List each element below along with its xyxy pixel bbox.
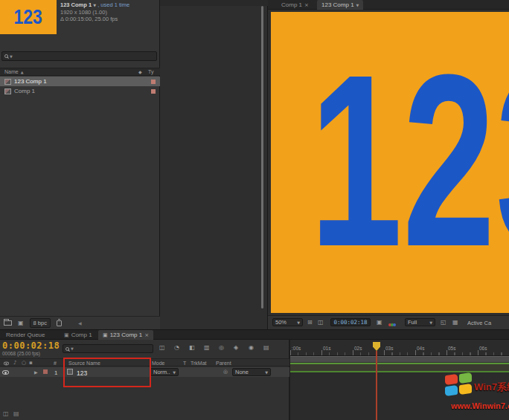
info-duration: Δ 0:00:15:00, 25.00 fps [60,16,118,22]
new-folder-icon[interactable] [4,320,12,326]
chevron-down-icon: ▼ [265,370,268,375]
lock-column-icon: ▪ [29,360,33,366]
auto-keyframe-icon[interactable]: ◉ [249,345,254,351]
work-area-bar[interactable] [290,356,509,362]
label-color-chip[interactable] [151,89,156,94]
watermark: Win7系统之家 www.Winwin7.com [444,372,509,416]
project-item-label: Comp 1 [14,88,35,94]
resolution-value: Full [408,319,417,326]
mask-visibility-icon[interactable]: ◫ [318,320,324,326]
watermark-url: www.Winwin7.com [451,401,509,410]
draft-3d-icon[interactable]: ◔ [174,345,179,351]
chevron-down-icon: ▼ [173,370,176,375]
column-mode[interactable]: Mode [152,361,165,366]
tab-render-queue[interactable]: Render Queue [1,330,49,340]
project-panel: 123 123 Comp 1 ▼ , used 1 time 1920 x 10… [0,0,160,329]
grid-options-icon[interactable]: ⊞ [307,320,313,326]
brainstorm-icon[interactable]: ◈ [234,345,238,351]
time-ruler[interactable]: :00s 01s 02s 03s 04s 05s 06s [290,340,509,356]
timeline-search-box[interactable]: ▼ [63,344,153,353]
parent-dropdown[interactable]: None ▼ [232,368,271,376]
comp-mini-flowchart-icon[interactable]: ◫ [159,345,165,351]
layer-index: 1 [54,369,57,376]
search-options-caret-icon[interactable]: ▼ [10,54,13,59]
chevron-down-icon: ▼ [429,320,432,325]
snapshot-icon[interactable]: ▣ [377,320,382,326]
project-search-input[interactable] [14,53,154,59]
project-item-row[interactable]: Comp 1 [0,86,160,96]
project-search-box[interactable]: ▼ [1,51,157,61]
tab-label: 123 Comp 1 [110,332,143,338]
column-t[interactable]: T [183,361,186,366]
composition-viewport: 123 [271,12,509,313]
eye-icon[interactable] [2,370,9,375]
search-options-caret-icon[interactable]: ▼ [71,346,74,351]
search-icon [65,347,69,351]
after-effects-window: 123 123 Comp 1 ▼ , used 1 time 1920 x 10… [0,0,509,420]
new-composition-icon[interactable]: ▣ [18,320,24,326]
labels-column-icon[interactable]: ◆ [138,69,142,74]
label-color-chip[interactable] [151,80,156,84]
project-item-info: 123 Comp 1 ▼ , used 1 time [60,1,129,8]
hide-shy-icon[interactable]: ◧ [189,345,195,351]
composition-tab-bar: Comp 1 × 123 Comp 1 ▼ [268,0,509,10]
layer-expander-icon[interactable]: ▶ [34,369,38,375]
trash-icon[interactable] [57,320,62,326]
composition-icon [4,79,11,85]
vertical-scrollbar[interactable] [261,6,263,308]
motion-blur-icon[interactable]: ◎ [219,345,224,351]
toggle-transfer-pane-icon[interactable]: ▤ [13,410,19,417]
tab-123-comp-1[interactable]: 123 Comp 1 ▼ [317,0,363,10]
viewer-timecode-box[interactable]: 0:00:02:18 [330,318,371,326]
column-trkmat[interactable]: TrkMat [191,361,207,366]
tab-label: Render Queue [6,332,45,338]
tab-comp-1[interactable]: Comp 1 × [277,0,313,10]
chevron-down-icon[interactable]: ▼ [356,3,359,7]
column-type[interactable]: Ty [148,69,153,74]
zoom-value: 50% [275,319,286,326]
timeline-search-input[interactable] [75,346,150,352]
audio-column-icon: ♪ [13,360,16,366]
watermark-title: Win7系统之家 [474,381,509,394]
tab-label: Comp 1 [281,1,302,8]
graph-editor-icon[interactable]: ▤ [263,345,269,351]
bit-depth-button[interactable]: 8 bpc [30,318,51,328]
pickwhip-icon[interactable]: ◎ [223,369,228,375]
video-column-icon [4,362,9,366]
ruler-major-ticks [290,350,509,355]
annotation-highlight-box [63,358,151,387]
region-of-interest-icon[interactable]: ◱ [441,320,446,326]
resolution-dropdown[interactable]: Full ▼ [405,318,435,326]
magnification-dropdown[interactable]: 50% ▼ [272,318,303,326]
outline-track-divider[interactable] [289,340,290,420]
transparency-grid-icon[interactable]: ▦ [452,320,458,326]
layer-label-color[interactable] [43,369,48,374]
tab-comp-1[interactable]: ▣ Comp 1 [60,330,97,340]
composition-icon [4,88,11,94]
scroll-left-arrow-icon[interactable]: ◀ [78,320,82,326]
current-timecode[interactable]: 0:00:02:18 [2,340,60,351]
empty-side-panel [160,0,268,329]
parent-value: None [235,369,249,375]
camera-view-dropdown[interactable]: Active Ca [467,320,491,326]
tab-label: 123 Comp 1 [321,1,354,8]
close-icon[interactable]: × [144,332,149,338]
chevron-down-icon[interactable]: ▼ [93,3,96,7]
column-name[interactable]: Name [4,69,19,74]
frame-blend-icon[interactable]: ▥ [204,345,210,351]
project-item-label: 123 Comp 1 [14,78,47,85]
timeline-tab-bar: Render Queue ▣ Comp 1 ▣ 123 Comp 1 × [0,330,509,340]
info-title: 123 Comp 1 [60,1,92,8]
sort-asc-icon[interactable]: ▲ [21,70,24,74]
blend-mode-dropdown[interactable]: Norm.. ▼ [150,368,179,376]
project-item-row-selected[interactable]: 123 Comp 1 [0,77,160,86]
windows-flag-green [459,372,472,384]
tab-123-comp-1[interactable]: ▣ 123 Comp 1 × [98,330,153,340]
chevron-down-icon: ▼ [297,320,300,325]
show-channel-icon[interactable] [388,321,395,328]
toggle-switches-pane-icon[interactable]: ◫ [3,410,9,417]
frame-info: 00068 (25.00 fps) [2,351,40,356]
close-icon[interactable]: × [304,2,309,8]
column-parent[interactable]: Parent [216,361,231,366]
solo-column-icon: ○ [22,360,26,366]
